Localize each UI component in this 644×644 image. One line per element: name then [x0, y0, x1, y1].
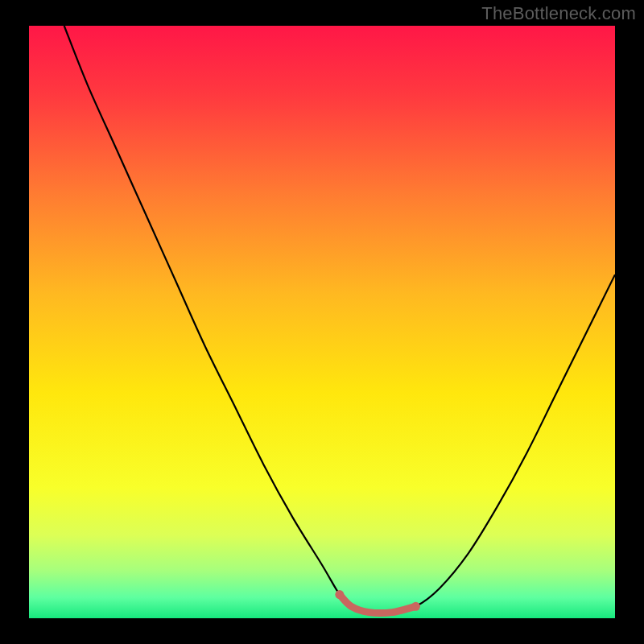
highlight-end-dot — [411, 602, 420, 611]
highlight-start-dot — [335, 590, 344, 599]
optimal-range-highlight — [340, 595, 416, 613]
plot-area — [29, 26, 615, 618]
watermark-text: TheBottleneck.com — [481, 3, 636, 24]
bottleneck-curve — [64, 26, 615, 613]
curve-layer — [29, 26, 615, 618]
chart-frame: TheBottleneck.com — [0, 0, 644, 644]
